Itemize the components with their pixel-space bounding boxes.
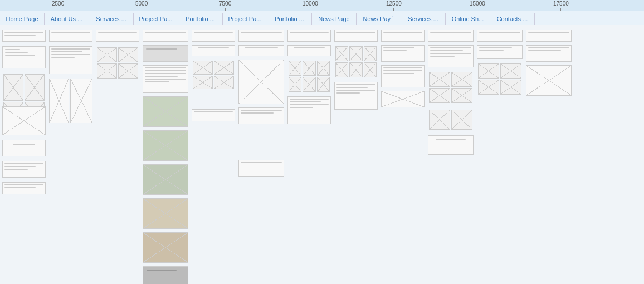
port2-detail: [287, 96, 331, 124]
tab-news-page[interactable]: News Page: [312, 13, 357, 25]
port1-search: [192, 45, 235, 56]
ruler-mark-17500: 17500: [553, 1, 569, 11]
port1-footer: [192, 109, 235, 121]
online-nav: [477, 30, 523, 42]
home-footer: [2, 182, 46, 194]
tab-news-pay[interactable]: News Pay `: [357, 13, 401, 25]
about-img-left: [49, 79, 69, 123]
services1-grid: [96, 46, 139, 80]
home-nav: [2, 30, 46, 42]
contacts-map: [526, 65, 572, 96]
home-page-column: [2, 30, 46, 194]
project-pa-1-column: [143, 30, 188, 284]
proj1-footer: [143, 266, 188, 284]
proj1-img-1: [143, 96, 188, 127]
news-page-column: [334, 30, 378, 110]
about-two-col: [49, 79, 92, 123]
proj1-nav: [143, 30, 188, 42]
home-text-1: [2, 161, 46, 178]
contacts-column: [526, 30, 572, 96]
srv2-grid-2: [428, 109, 474, 131]
home-hero: [2, 46, 46, 68]
newspay-nav: [381, 30, 425, 42]
proj1-img-3: [143, 164, 188, 195]
online-sh-column: [477, 30, 523, 96]
ruler-mark-7500: 7500: [219, 1, 231, 11]
portfolio-1-column: [192, 30, 235, 121]
port2-filter: [287, 45, 331, 56]
tab-online-sh[interactable]: Online Sh...: [446, 13, 490, 25]
home-image-1: [2, 106, 46, 135]
srv2-cta: [428, 135, 474, 155]
proj1-text: [143, 65, 188, 93]
about-text-1: [49, 46, 92, 74]
contacts-nav: [526, 30, 572, 42]
online-search: [477, 45, 523, 59]
newspay-img: [381, 91, 425, 107]
online-grid: [477, 62, 523, 96]
newspay-content: [381, 65, 425, 87]
port1-grid: [192, 60, 235, 90]
proj1-header: [143, 45, 188, 62]
about-nav: [49, 30, 92, 42]
services-2-column: [428, 30, 474, 155]
proj1-img-2: [143, 130, 188, 161]
proj2-title: [238, 45, 284, 56]
tabs-bar: Home Page About Us ... Services ... Proj…: [0, 11, 644, 25]
tab-about-us[interactable]: About Us ...: [45, 13, 89, 25]
ruler-mark-2500: 2500: [52, 1, 64, 11]
news-nav: [334, 30, 378, 42]
newspay-title: [381, 45, 425, 62]
tab-contacts[interactable]: Contacts ...: [490, 13, 535, 25]
ruler-mark-15000: 15000: [470, 1, 485, 11]
proj2-nav: [238, 30, 284, 42]
about-img-right: [70, 79, 92, 123]
tab-home-page[interactable]: Home Page: [0, 13, 45, 25]
proj1-img-5: [143, 232, 188, 263]
portfolio-2-column: [287, 30, 331, 124]
srv2-grid-1: [428, 71, 474, 104]
tab-portfolio-1[interactable]: Portfolio ...: [178, 13, 223, 25]
news-text: [334, 82, 378, 110]
content-area: [0, 25, 644, 284]
ruler-mark-10000: 10000: [303, 1, 318, 11]
tab-services-1[interactable]: Services ...: [89, 13, 134, 25]
proj2-image: [238, 60, 284, 104]
tab-services-2[interactable]: Services ...: [401, 13, 446, 25]
news-grid: [334, 45, 378, 79]
srv2-nav: [428, 30, 474, 42]
about-us-column: [49, 30, 92, 123]
home-btn-1: [2, 140, 46, 156]
news-pay-column: [381, 30, 425, 107]
services1-nav: [96, 30, 139, 42]
tab-portfolio-2[interactable]: Portfolio ...: [267, 13, 312, 25]
home-grid-1: [2, 73, 46, 102]
port1-nav: [192, 30, 235, 42]
tab-project-pa-1[interactable]: Project Pa...: [134, 13, 178, 25]
port2-nav: [287, 30, 331, 42]
tab-project-pa-2[interactable]: Project Pa...: [223, 13, 267, 25]
ruler-mark-12500: 12500: [386, 1, 402, 11]
proj2-text: [238, 107, 284, 124]
proj1-img-4: [143, 198, 188, 229]
services-1-column: [96, 30, 139, 80]
project-pa-2-column: [238, 30, 284, 177]
ruler-mark-5000: 5000: [135, 1, 148, 11]
contacts-text: [526, 45, 572, 62]
ruler-bar: 2500 5000 7500 10000 12500 15000 17500: [0, 0, 644, 11]
proj2-footer: [238, 160, 284, 177]
srv2-text: [428, 45, 474, 67]
port2-grid: [287, 60, 331, 93]
